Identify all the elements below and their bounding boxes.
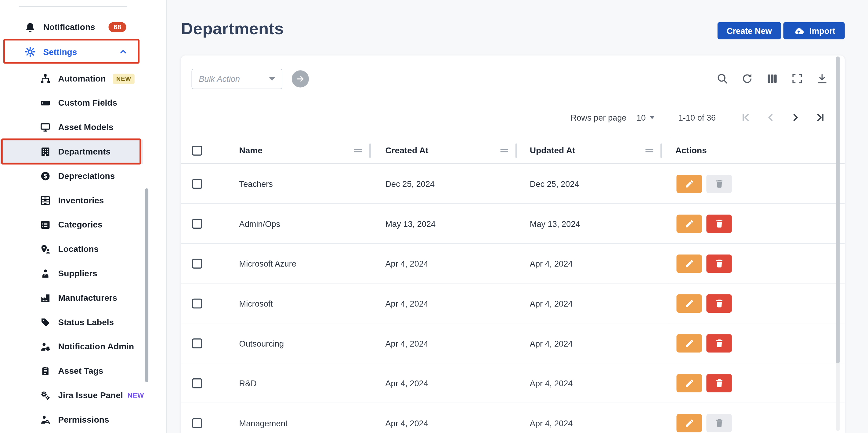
manufacturers-icon — [40, 293, 50, 303]
rows-per-page-select[interactable]: 10 — [637, 113, 655, 122]
sidebar-scrollbar[interactable] — [145, 189, 148, 382]
chevron-down-icon — [269, 77, 275, 81]
sidebar-item-status-labels[interactable]: Status Labels — [0, 310, 143, 335]
column-menu-icon[interactable] — [645, 147, 654, 154]
sidebar-item-categories[interactable]: Categories — [0, 212, 143, 237]
edit-button[interactable] — [676, 374, 702, 392]
apply-bulk-action-button[interactable] — [292, 70, 309, 87]
sidebar-item-manufacturers[interactable]: Manufacturers — [0, 286, 143, 310]
select-all-checkbox[interactable] — [192, 146, 202, 156]
sidebar-item-custom-fields[interactable]: Custom Fields — [0, 91, 143, 115]
column-header-name[interactable]: Name — [239, 145, 263, 155]
create-new-button[interactable]: Create New — [717, 22, 781, 39]
cell-updated-at: Apr 4, 2024 — [530, 259, 573, 268]
row-checkbox[interactable] — [192, 338, 202, 348]
table-row: Outsourcing Apr 4, 2024 Apr 4, 2024 — [181, 323, 845, 364]
inventories-icon — [40, 195, 50, 205]
sidebar-item-label: Inventories — [58, 196, 104, 205]
delete-button[interactable] — [706, 414, 732, 432]
column-resize-handle[interactable] — [660, 144, 662, 158]
delete-button[interactable] — [706, 254, 732, 273]
delete-button[interactable] — [706, 374, 732, 392]
edit-button[interactable] — [676, 254, 702, 273]
previous-page-button[interactable] — [765, 112, 776, 123]
pagination-nav — [740, 112, 826, 123]
asset-tags-icon — [40, 366, 50, 376]
suppliers-icon — [40, 268, 50, 279]
pagination-range: 1-10 of 36 — [679, 113, 716, 122]
cell-name: Admin/Ops — [239, 219, 280, 228]
cell-name: Outsourcing — [239, 338, 284, 348]
delete-button[interactable] — [706, 294, 732, 312]
sidebar-item-label: Jira Issue Panel — [58, 391, 123, 401]
create-new-label: Create New — [727, 26, 772, 35]
sidebar-item-asset-tags[interactable]: Asset Tags — [0, 359, 143, 383]
next-page-button[interactable] — [790, 112, 801, 123]
cell-created-at: Apr 4, 2024 — [385, 259, 428, 268]
sidebar-item-settings[interactable]: Settings — [0, 39, 143, 64]
sidebar-item-locations[interactable]: Locations — [0, 237, 143, 261]
sidebar-item-jira-issue-panel[interactable]: Jira Issue Panel NEW — [0, 383, 143, 408]
sidebar-item-notifications[interactable]: Notifications 68 — [0, 15, 143, 39]
app-window: Notifications 68 Settings Automation NEW… — [0, 0, 868, 433]
row-checkbox[interactable] — [192, 219, 202, 229]
bulk-action-placeholder: Bulk Action — [199, 74, 269, 84]
sidebar-item-label: Locations — [58, 244, 99, 254]
delete-button[interactable] — [706, 174, 732, 193]
edit-button[interactable] — [676, 214, 702, 233]
delete-button[interactable] — [706, 214, 732, 233]
import-button[interactable]: Import — [783, 22, 845, 39]
fullscreen-icon[interactable] — [791, 73, 803, 85]
sidebar-item-departments[interactable]: Departments — [0, 140, 143, 164]
row-checkbox[interactable] — [192, 179, 202, 189]
table-row: Microsoft Azure Apr 4, 2024 Apr 4, 2024 — [181, 244, 845, 284]
sidebar-item-suppliers[interactable]: Suppliers — [0, 261, 143, 286]
column-header-updated-at[interactable]: Updated At — [530, 145, 575, 155]
column-header-actions: Actions — [675, 145, 707, 155]
cell-updated-at: Apr 4, 2024 — [530, 299, 573, 308]
sidebar-item-automation[interactable]: Automation NEW — [0, 66, 143, 91]
row-checkbox[interactable] — [192, 299, 202, 309]
scrollbar-thumb[interactable] — [836, 57, 840, 364]
column-menu-icon[interactable] — [500, 147, 509, 154]
chevron-up-icon — [119, 48, 127, 56]
departments-icon — [40, 147, 50, 157]
sidebar-item-depreciations[interactable]: $ Depreciations — [0, 164, 143, 189]
delete-button[interactable] — [706, 334, 732, 352]
table-scrollbar[interactable] — [836, 57, 840, 431]
sidebar-item-permissions[interactable]: Permissions — [0, 408, 143, 432]
sidebar-item-label: Notifications — [43, 22, 95, 32]
row-checkbox[interactable] — [192, 418, 202, 428]
column-resize-handle[interactable] — [516, 144, 517, 158]
rows-per-page-label: Rows per page — [571, 113, 627, 122]
sidebar-item-inventories[interactable]: Inventories — [0, 189, 143, 213]
search-icon[interactable] — [716, 73, 728, 85]
last-page-button[interactable] — [815, 112, 826, 123]
sidebar-item-notification-admin[interactable]: Notification Admin — [0, 335, 143, 359]
sidebar-item-asset-models[interactable]: Asset Models — [0, 115, 143, 140]
row-checkbox[interactable] — [192, 259, 202, 269]
columns-icon[interactable] — [766, 73, 778, 85]
notification-admin-icon — [40, 341, 50, 352]
row-checkbox[interactable] — [192, 378, 202, 388]
sidebar-item-label: Categories — [58, 220, 102, 230]
edit-button[interactable] — [676, 174, 702, 193]
edit-button[interactable] — [676, 334, 702, 352]
pagination-bar: Rows per page 10 1-10 of 36 — [571, 112, 826, 123]
edit-button[interactable] — [676, 294, 702, 312]
depreciations-icon: $ — [40, 171, 50, 181]
column-header-created-at[interactable]: Created At — [385, 145, 428, 155]
sidebar-item-label: Permissions — [58, 415, 109, 425]
download-icon[interactable] — [816, 73, 828, 85]
bulk-action-select[interactable]: Bulk Action — [192, 69, 282, 89]
row-actions — [676, 374, 732, 392]
column-resize-handle[interactable] — [369, 144, 371, 158]
column-menu-icon[interactable] — [354, 147, 363, 154]
first-page-button[interactable] — [740, 112, 751, 123]
refresh-icon[interactable] — [741, 73, 753, 85]
cell-created-at: Apr 4, 2024 — [385, 378, 428, 388]
edit-button[interactable] — [676, 414, 702, 432]
cell-name: Microsoft — [239, 299, 273, 308]
row-actions — [676, 174, 732, 193]
cell-created-at: May 13, 2024 — [385, 219, 436, 228]
